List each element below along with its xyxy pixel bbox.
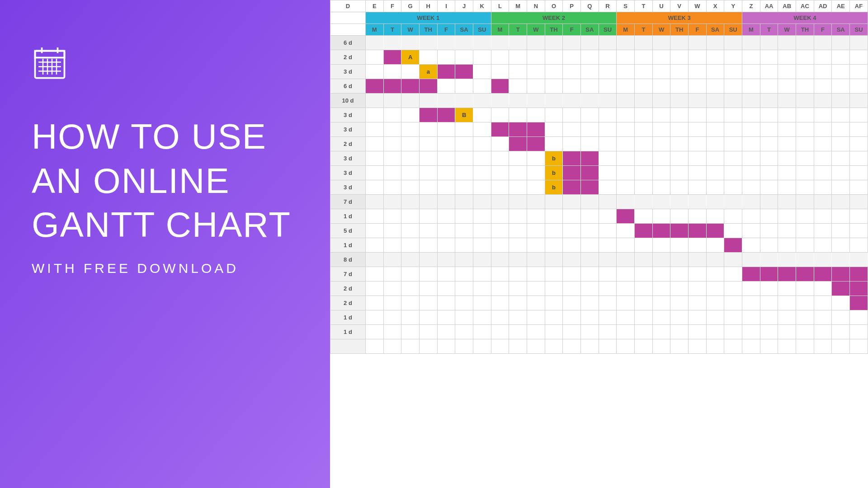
- gantt-cell[interactable]: [635, 310, 653, 325]
- gantt-cell[interactable]: [437, 50, 455, 65]
- gantt-cell[interactable]: [832, 36, 850, 50]
- gantt-cell[interactable]: [724, 137, 742, 151]
- gantt-cell[interactable]: [635, 253, 653, 267]
- gantt-cell[interactable]: [509, 253, 527, 267]
- gantt-cell[interactable]: [473, 195, 491, 209]
- gantt-cell[interactable]: [527, 238, 545, 253]
- gantt-cell[interactable]: [365, 79, 383, 94]
- gantt-cell[interactable]: [455, 65, 473, 79]
- gantt-cell[interactable]: [706, 253, 724, 267]
- gantt-cell[interactable]: [850, 108, 868, 122]
- gantt-cell[interactable]: [527, 224, 545, 238]
- gantt-cell[interactable]: [401, 94, 420, 108]
- gantt-cell[interactable]: [581, 180, 599, 195]
- gantt-cell[interactable]: [778, 108, 796, 122]
- gantt-cell[interactable]: [850, 267, 868, 282]
- gantt-cell[interactable]: [383, 122, 401, 137]
- gantt-cell[interactable]: [365, 65, 383, 79]
- gantt-cell[interactable]: [617, 36, 635, 50]
- gantt-cell[interactable]: [796, 209, 814, 224]
- gantt-cell[interactable]: [760, 65, 778, 79]
- gantt-cell[interactable]: [652, 180, 670, 195]
- gantt-cell[interactable]: [437, 166, 455, 180]
- gantt-cell[interactable]: [509, 209, 527, 224]
- gantt-cell[interactable]: [527, 137, 545, 151]
- gantt-cell[interactable]: [563, 122, 581, 137]
- gantt-cell[interactable]: [742, 209, 760, 224]
- gantt-cell[interactable]: [850, 36, 868, 50]
- gantt-cell[interactable]: [545, 238, 563, 253]
- gantt-cell[interactable]: [581, 267, 599, 282]
- gantt-cell[interactable]: [778, 137, 796, 151]
- gantt-cell[interactable]: [652, 79, 670, 94]
- gantt-cell[interactable]: [563, 94, 581, 108]
- gantt-cell[interactable]: [617, 122, 635, 137]
- gantt-cell[interactable]: [563, 253, 581, 267]
- gantt-cell[interactable]: [599, 137, 617, 151]
- gantt-cell[interactable]: [419, 267, 437, 282]
- gantt-cell[interactable]: [401, 267, 420, 282]
- gantt-cell[interactable]: [563, 108, 581, 122]
- gantt-cell[interactable]: [383, 339, 401, 354]
- gantt-cell[interactable]: [670, 224, 689, 238]
- gantt-cell[interactable]: [832, 108, 850, 122]
- gantt-cell[interactable]: [706, 122, 724, 137]
- gantt-cell[interactable]: [832, 137, 850, 151]
- gantt-cell[interactable]: [419, 94, 437, 108]
- gantt-cell[interactable]: [581, 310, 599, 325]
- gantt-cell[interactable]: [689, 36, 707, 50]
- gantt-cell[interactable]: [670, 180, 689, 195]
- gantt-cell[interactable]: [706, 224, 724, 238]
- gantt-cell[interactable]: [850, 296, 868, 310]
- gantt-cell[interactable]: [365, 238, 383, 253]
- gantt-cell[interactable]: [599, 253, 617, 267]
- gantt-cell[interactable]: [419, 50, 437, 65]
- gantt-cell[interactable]: [832, 209, 850, 224]
- gantt-cell[interactable]: [581, 325, 599, 339]
- gantt-cell[interactable]: [635, 325, 653, 339]
- gantt-cell[interactable]: [670, 50, 689, 65]
- gantt-cell[interactable]: [652, 195, 670, 209]
- gantt-cell[interactable]: b: [545, 180, 563, 195]
- gantt-cell[interactable]: [599, 166, 617, 180]
- gantt-cell[interactable]: [509, 50, 527, 65]
- gantt-cell[interactable]: [706, 94, 724, 108]
- gantt-cell[interactable]: [724, 122, 742, 137]
- gantt-cell[interactable]: [850, 122, 868, 137]
- gantt-cell[interactable]: [383, 65, 401, 79]
- gantt-cell[interactable]: [670, 209, 689, 224]
- gantt-cell[interactable]: [545, 209, 563, 224]
- gantt-cell[interactable]: [617, 94, 635, 108]
- gantt-cell[interactable]: [850, 94, 868, 108]
- gantt-cell[interactable]: [814, 325, 832, 339]
- gantt-cell[interactable]: [563, 79, 581, 94]
- gantt-cell[interactable]: [814, 310, 832, 325]
- gantt-cell[interactable]: [419, 151, 437, 166]
- gantt-cell[interactable]: [455, 310, 473, 325]
- gantt-cell[interactable]: [473, 325, 491, 339]
- gantt-cell[interactable]: [599, 267, 617, 282]
- gantt-cell[interactable]: [670, 195, 689, 209]
- gantt-cell[interactable]: [383, 224, 401, 238]
- gantt-cell[interactable]: [491, 310, 509, 325]
- gantt-cell[interactable]: [437, 195, 455, 209]
- gantt-cell[interactable]: [760, 166, 778, 180]
- gantt-cell[interactable]: [401, 339, 420, 354]
- gantt-cell[interactable]: [563, 36, 581, 50]
- gantt-cell[interactable]: [545, 296, 563, 310]
- gantt-cell[interactable]: [706, 339, 724, 354]
- gantt-cell[interactable]: [563, 166, 581, 180]
- gantt-cell[interactable]: [401, 180, 420, 195]
- gantt-cell[interactable]: [455, 224, 473, 238]
- gantt-cell[interactable]: [689, 79, 707, 94]
- gantt-cell[interactable]: [850, 209, 868, 224]
- gantt-cell[interactable]: [527, 296, 545, 310]
- gantt-cell[interactable]: [581, 122, 599, 137]
- gantt-cell[interactable]: [635, 195, 653, 209]
- gantt-cell[interactable]: [455, 50, 473, 65]
- gantt-cell[interactable]: [455, 296, 473, 310]
- gantt-cell[interactable]: [509, 65, 527, 79]
- gantt-cell[interactable]: [509, 325, 527, 339]
- gantt-cell[interactable]: [617, 209, 635, 224]
- gantt-cell[interactable]: [599, 122, 617, 137]
